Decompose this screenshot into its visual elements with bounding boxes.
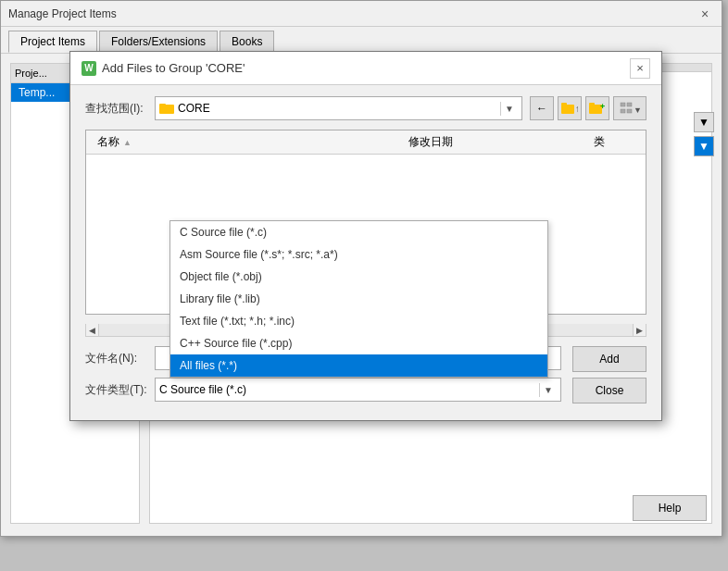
filetype-combo-text: C Source file (*.c) (159, 383, 539, 396)
svg-rect-11 (627, 109, 632, 113)
svg-text:↑: ↑ (575, 104, 578, 114)
dropdown-item-c[interactable]: C Source file (*.c) (170, 221, 547, 243)
view-button[interactable]: ▼ (613, 96, 646, 120)
action-buttons: Add Close (572, 346, 646, 403)
bottom-form: 文件名(N): 文件类型(T): C Source file (*.c) ▼ (85, 346, 646, 409)
svg-text:▼: ▼ (634, 106, 640, 115)
folder-up-icon: ↑ (561, 101, 578, 116)
dialog-close-button[interactable]: × (630, 58, 650, 79)
svg-rect-3 (561, 103, 567, 106)
folder-icon (159, 101, 174, 116)
dialog-title-area: W Add Files to Group 'CORE' (82, 61, 245, 76)
bg-window-title: Manage Project Items (8, 7, 117, 20)
location-combo[interactable]: CORE ▼ (155, 96, 522, 120)
col-date-header[interactable]: 修改日期 (401, 134, 586, 150)
bg-close-button[interactable]: × (696, 5, 714, 23)
location-dropdown-arrow[interactable]: ▼ (500, 102, 518, 116)
add-files-dialog: W Add Files to Group 'CORE' × 查找范围(I): C… (69, 51, 662, 421)
col-type-header[interactable]: 类 (586, 134, 642, 150)
folder-up-button[interactable]: ↑ (558, 96, 582, 120)
search-location-row: 查找范围(I): CORE ▼ ← ↑ (85, 96, 646, 120)
close-button[interactable]: Close (572, 378, 646, 403)
dropdown-item-lib[interactable]: Library file (*.lib) (170, 288, 547, 310)
tab-project-items[interactable]: Project Items (8, 31, 97, 53)
svg-rect-10 (621, 109, 625, 113)
dropdown-item-obj[interactable]: Object file (*.obj) (170, 266, 547, 288)
dialog-titlebar: W Add Files to Group 'CORE' × (70, 52, 661, 85)
bg-arrow-button[interactable]: ▼ (694, 112, 714, 132)
filename-fields: 文件名(N): 文件类型(T): C Source file (*.c) ▼ (85, 346, 561, 409)
bg-tabs: Project Items Folders/Extensions Books (1, 27, 722, 54)
sort-icon: ▲ (123, 138, 132, 147)
hscroll-right[interactable]: ▶ (633, 324, 646, 337)
dialog-body: 查找范围(I): CORE ▼ ← ↑ (70, 85, 661, 420)
filetype-section: 文件类型(T): C Source file (*.c) ▼ C Source … (85, 378, 561, 402)
svg-rect-2 (561, 105, 574, 114)
svg-rect-9 (627, 103, 632, 106)
filetype-row: 文件类型(T): C Source file (*.c) ▼ (85, 378, 561, 402)
dialog-icon: W (82, 61, 96, 76)
dropdown-item-asm[interactable]: Asm Source file (*.s*; *.src; *.a*) (170, 243, 547, 266)
file-list-header: 名称 ▲ 修改日期 类 (86, 130, 646, 155)
filename-section: 文件名(N): 文件类型(T): C Source file (*.c) ▼ (85, 346, 646, 409)
filetype-dropdown: C Source file (*.c) Asm Source file (*.s… (169, 220, 548, 378)
new-folder-button[interactable]: + (585, 96, 609, 120)
col-name-label: 名称 (97, 134, 119, 150)
help-button[interactable]: Help (633, 495, 707, 521)
filetype-label: 文件类型(T): (85, 382, 155, 398)
back-button[interactable]: ← (530, 96, 554, 120)
tab-books[interactable]: Books (220, 31, 274, 53)
filetype-combo-arrow[interactable]: ▼ (539, 383, 557, 397)
bg-titlebar: Manage Project Items × (1, 1, 722, 27)
bg-arrow-down-button[interactable]: ▼ (694, 136, 714, 156)
svg-text:+: + (600, 102, 605, 111)
hscroll-left[interactable]: ◀ (86, 324, 99, 337)
toolbar-buttons: ← ↑ + (530, 96, 646, 120)
search-label: 查找范围(I): (85, 101, 155, 117)
dropdown-item-all[interactable]: All files (*.*) (170, 354, 547, 377)
filetype-combo[interactable]: C Source file (*.c) ▼ (155, 378, 561, 402)
svg-rect-8 (621, 103, 625, 106)
svg-rect-6 (589, 103, 595, 106)
dialog-title: Add Files to Group 'CORE' (102, 61, 245, 75)
tab-folders-extensions[interactable]: Folders/Extensions (99, 31, 218, 53)
col-name-header[interactable]: 名称 ▲ (90, 134, 401, 150)
svg-rect-1 (159, 104, 166, 106)
dropdown-item-cpp[interactable]: C++ Source file (*.cpp) (170, 332, 547, 354)
filename-label: 文件名(N): (85, 351, 155, 366)
location-text: CORE (178, 102, 496, 115)
new-folder-icon: + (589, 101, 606, 116)
dropdown-item-txt[interactable]: Text file (*.txt; *.h; *.inc) (170, 310, 547, 332)
dialog-icon-text: W (84, 63, 93, 73)
view-icon: ▼ (620, 101, 640, 116)
add-button[interactable]: Add (572, 346, 646, 372)
